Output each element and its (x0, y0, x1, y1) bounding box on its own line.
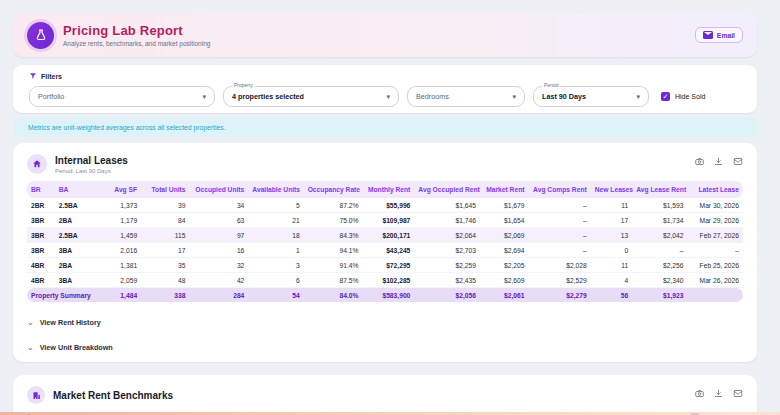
table-cell: 56 (591, 288, 633, 303)
metrics-notice: Metrics are unit-weighted averages acros… (13, 118, 757, 137)
table-cell: 87.2% (304, 198, 363, 213)
internal-leases-period: Period: Last 90 Days (55, 168, 128, 174)
table-row[interactable]: 4BR3BA2,0594842687.5%$102,285$2,435$2,60… (27, 273, 743, 288)
table-cell: $2,069 (480, 228, 528, 243)
table-cell: $1,645 (414, 198, 480, 213)
envelope-icon[interactable] (733, 389, 743, 398)
chevron-down-icon: ▾ (512, 93, 516, 101)
table-cell: 94.1% (304, 243, 363, 258)
table-cell: $2,279 (528, 288, 590, 303)
view-rent-history-toggle[interactable]: ⌄ View Rent History (27, 318, 743, 327)
table-cell: $1,746 (414, 213, 480, 228)
property-select-label: Property (232, 83, 255, 88)
camera-icon[interactable] (695, 157, 704, 166)
table-cell: 0 (591, 243, 633, 258)
column-header: Available Units (248, 181, 303, 198)
column-header: Monthly Rent (362, 181, 414, 198)
period-select[interactable]: Period Last 90 Days ▾ (533, 86, 649, 107)
table-cell: $1,593 (632, 198, 687, 213)
table-cell: $2,259 (414, 258, 480, 273)
download-icon[interactable] (714, 389, 723, 398)
table-cell: Mar 30, 2026 (688, 198, 743, 213)
table-cell: 1 (248, 243, 303, 258)
email-button[interactable]: Email (695, 27, 743, 43)
table-cell: $2,061 (480, 288, 528, 303)
table-cell: $2,694 (480, 243, 528, 258)
checkbox-checked-icon: ✓ (661, 92, 670, 101)
table-row[interactable]: 2BR2.5BA1,3733934587.2%$55,996$1,645$1,6… (27, 198, 743, 213)
internal-leases-card: Internal Leases Period: Last 90 Days BRB… (13, 143, 757, 362)
page-title: Pricing Lab Report (63, 23, 210, 38)
table-cell: 35 (141, 258, 189, 273)
column-header: Latest Lease (688, 181, 743, 198)
hide-sold-checkbox[interactable]: ✓ Hide Sold (661, 92, 705, 101)
table-row[interactable]: 3BR2.5BA1,459115971884.3%$200,171$2,064$… (27, 228, 743, 243)
table-cell: $2,256 (632, 258, 687, 273)
view-unit-breakdown-label: View Unit Breakdown (40, 343, 113, 352)
table-cell: $2,529 (528, 273, 590, 288)
table-cell: 97 (190, 228, 249, 243)
envelope-icon[interactable] (733, 157, 743, 166)
filters-title: Filters (41, 73, 62, 80)
envelope-icon (703, 31, 713, 39)
bedrooms-select[interactable]: Bedrooms ▾ (407, 86, 525, 107)
chevron-down-icon: ▾ (202, 93, 206, 101)
table-cell: 34 (190, 198, 249, 213)
table-cell: 75.0% (304, 213, 363, 228)
column-header: Avg SF (96, 181, 141, 198)
column-header: New Leases (591, 181, 633, 198)
table-cell: – (632, 243, 687, 258)
table-cell: 13 (591, 228, 633, 243)
benchmarks-title: Market Rent Benchmarks (53, 390, 173, 401)
table-cell: $2,028 (528, 258, 590, 273)
portfolio-select[interactable]: Portfolio ▾ (29, 86, 215, 107)
table-row[interactable]: 3BR2BA1,17984632175.0%$109,987$1,746$1,6… (27, 213, 743, 228)
table-cell: $1,923 (632, 288, 687, 303)
table-cell: $2,064 (414, 228, 480, 243)
table-cell: 42 (190, 273, 249, 288)
table-cell: 84 (141, 213, 189, 228)
table-row[interactable]: 3BR3BA2,0161716194.1%$43,245$2,703$2,694… (27, 243, 743, 258)
filters-panel: Filters Portfolio ▾ Property 4 propertie… (13, 65, 757, 113)
column-header: Total Units (141, 181, 189, 198)
table-cell: 1,459 (96, 228, 141, 243)
table-cell: $2,042 (632, 228, 687, 243)
table-cell: $2,703 (414, 243, 480, 258)
camera-icon[interactable] (695, 389, 704, 398)
table-cell: $72,295 (362, 258, 414, 273)
table-cell: $109,987 (362, 213, 414, 228)
lab-flask-icon (27, 22, 54, 49)
table-cell: 54 (248, 288, 303, 303)
table-cell: 84.0% (304, 288, 363, 303)
property-select-value: 4 properties selected (232, 92, 304, 101)
table-cell: $43,245 (362, 243, 414, 258)
table-cell: 4 (591, 273, 633, 288)
table-cell: 16 (190, 243, 249, 258)
view-unit-breakdown-toggle[interactable]: ⌄ View Unit Breakdown (27, 343, 743, 352)
table-cell (688, 288, 743, 303)
leases-table: BRBAAvg SFTotal UnitsOccupied UnitsAvail… (27, 181, 743, 302)
table-cell: Mar 29, 2026 (688, 213, 743, 228)
table-cell: 91.4% (304, 258, 363, 273)
table-cell: 17 (591, 213, 633, 228)
table-cell: 11 (591, 258, 633, 273)
table-cell: 284 (190, 288, 249, 303)
table-cell: $200,171 (362, 228, 414, 243)
table-cell: 18 (248, 228, 303, 243)
download-icon[interactable] (714, 157, 723, 166)
property-summary-row: Property Summary1,4843382845484.0%$583,9… (27, 288, 743, 303)
table-cell: 6 (248, 273, 303, 288)
building-icon (27, 386, 45, 404)
table-cell: 3BA (55, 243, 97, 258)
table-cell: $2,205 (480, 258, 528, 273)
table-cell: 4BR (27, 258, 55, 273)
column-header: BR (27, 181, 55, 198)
table-cell: $2,435 (414, 273, 480, 288)
property-select[interactable]: Property 4 properties selected ▾ (223, 86, 399, 107)
table-row[interactable]: 4BR2BA1,3813532391.4%$72,295$2,259$2,205… (27, 258, 743, 273)
column-header: Avg Occupied Rent (414, 181, 480, 198)
table-cell: 21 (248, 213, 303, 228)
table-cell: 3BA (55, 273, 97, 288)
table-cell: Feb 25, 2026 (688, 258, 743, 273)
table-cell: – (688, 243, 743, 258)
